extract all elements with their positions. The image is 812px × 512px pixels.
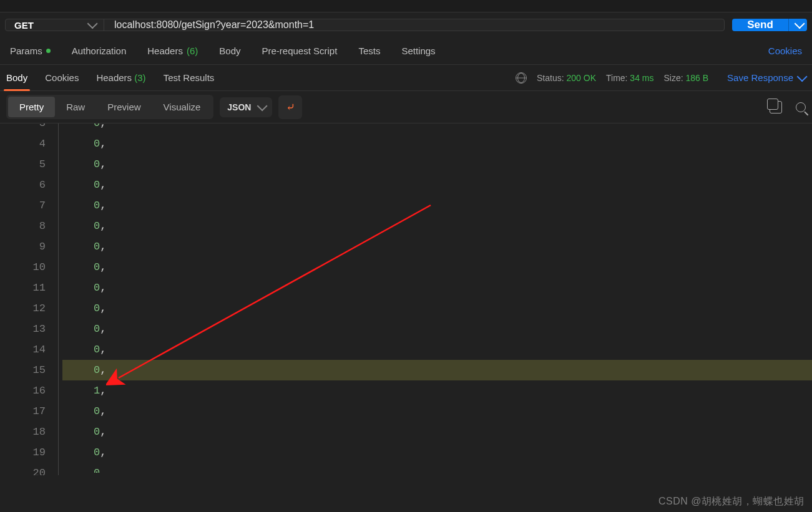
resp-tab-headers[interactable]: Headers (3)	[94, 65, 148, 90]
language-select[interactable]: JSON	[220, 97, 272, 117]
view-raw-button[interactable]: Raw	[55, 97, 96, 117]
response-tabs: Body Cookies Headers (3) Test Results St…	[0, 65, 812, 91]
format-row: Pretty Raw Preview Visualize JSON ⤶	[0, 91, 812, 123]
tab-headers-label: Headers	[147, 46, 183, 56]
chevron-down-icon	[87, 19, 98, 29]
line-number-gutter: 34567891011121314151617181920	[0, 123, 59, 475]
wrap-lines-button[interactable]: ⤶	[278, 95, 302, 119]
line-number: 8	[0, 216, 46, 236]
request-tabs: Params Authorization Headers (6) Body Pr…	[0, 37, 812, 65]
tab-params[interactable]: Params	[10, 46, 51, 56]
size-block: Size: 186 B	[663, 73, 708, 83]
http-method-select[interactable]: GET	[6, 19, 104, 31]
line-number: 4	[0, 133, 46, 154]
line-number: 11	[0, 278, 46, 298]
view-pretty-button[interactable]: Pretty	[8, 97, 55, 117]
code-line: 0,	[62, 257, 812, 278]
tab-settings[interactable]: Settings	[401, 46, 435, 56]
time-value: 34 ms	[630, 73, 653, 83]
tab-pre-request[interactable]: Pre-request Script	[262, 46, 338, 56]
code-line: 0,	[62, 195, 812, 216]
view-visualize-button[interactable]: Visualize	[152, 97, 212, 117]
send-button[interactable]: Send	[732, 19, 788, 31]
response-meta: Status: 200 OK Time: 34 ms Size: 186 B	[516, 72, 708, 84]
code-line: 0,	[62, 422, 812, 442]
chevron-down-icon	[797, 71, 808, 82]
code-line: 0,	[62, 175, 812, 195]
line-number: 5	[0, 154, 46, 175]
chevron-down-icon	[794, 19, 805, 29]
line-number: 7	[0, 195, 46, 216]
line-number: 14	[0, 339, 46, 360]
http-method-label: GET	[14, 20, 34, 31]
code-line: 0,	[62, 360, 812, 380]
time-label: Time:	[606, 73, 627, 83]
code-line: 0,	[62, 278, 812, 298]
line-number: 19	[0, 442, 46, 463]
window-top-bar	[0, 0, 812, 12]
code-line: 0,	[62, 401, 812, 422]
method-url-group: GET	[5, 19, 725, 31]
tab-params-label: Params	[10, 46, 42, 56]
code-line: 0,	[62, 442, 812, 463]
code-line: 0,	[62, 133, 812, 154]
resp-tab-body[interactable]: Body	[4, 65, 30, 90]
request-row: GET Send	[0, 12, 812, 37]
code-line: 0,	[62, 154, 812, 175]
code-line: 0,	[62, 123, 812, 133]
wrap-icon: ⤶	[286, 100, 295, 114]
code-line: 0,	[62, 216, 812, 236]
language-label: JSON	[227, 102, 251, 112]
line-number: 9	[0, 236, 46, 257]
cookies-link[interactable]: Cookies	[768, 46, 802, 56]
url-input[interactable]	[104, 19, 724, 31]
status-value: 200 OK	[567, 73, 596, 83]
tab-authorization[interactable]: Authorization	[72, 46, 127, 56]
line-number: 6	[0, 175, 46, 195]
tab-headers-count: (6)	[187, 46, 198, 56]
status-block: Status: 200 OK	[537, 73, 596, 83]
params-active-dot-icon	[46, 49, 51, 53]
line-number: 10	[0, 257, 46, 278]
resp-tab-cookies[interactable]: Cookies	[42, 65, 81, 90]
tab-headers[interactable]: Headers (6)	[147, 46, 198, 56]
save-response-button[interactable]: Save Response	[727, 72, 805, 83]
line-number: 20	[0, 463, 46, 473]
tab-tests[interactable]: Tests	[358, 46, 380, 56]
line-number: 17	[0, 401, 46, 422]
line-number: 13	[0, 319, 46, 339]
line-number: 15	[0, 360, 46, 380]
code-line: 0,	[62, 339, 812, 360]
save-response-label: Save Response	[727, 72, 793, 83]
size-label: Size:	[663, 73, 683, 83]
tab-body[interactable]: Body	[219, 46, 240, 56]
line-number: 3	[0, 123, 46, 133]
line-number: 16	[0, 380, 46, 401]
code-line: 0,	[62, 319, 812, 339]
globe-icon[interactable]	[516, 72, 527, 84]
line-number: 12	[0, 298, 46, 319]
code-line: 0,	[62, 236, 812, 257]
editor-action-icons	[770, 101, 806, 114]
time-block: Time: 34 ms	[606, 73, 654, 83]
size-value: 186 B	[686, 73, 709, 83]
watermark-text: CSDN @胡桃姓胡，蝴蝶也姓胡	[658, 495, 805, 508]
send-options-button[interactable]	[788, 19, 807, 31]
send-button-group: Send	[732, 19, 807, 31]
code-line: 1,	[62, 380, 812, 401]
status-label: Status:	[537, 73, 564, 83]
code-line: 0,	[62, 298, 812, 319]
resp-tab-test-results[interactable]: Test Results	[161, 65, 217, 90]
line-number: 18	[0, 422, 46, 442]
chevron-down-icon	[257, 100, 268, 111]
copy-icon[interactable]	[770, 101, 782, 114]
code-content: 0,0,0,0,0,0,0,0,0,0,0,0,0,1,0,0,0,0,	[62, 123, 812, 473]
response-editor[interactable]: 34567891011121314151617181920 0,0,0,0,0,…	[0, 123, 812, 475]
view-preview-button[interactable]: Preview	[96, 97, 152, 117]
resp-tab-headers-label: Headers	[96, 72, 132, 83]
view-mode-segment: Pretty Raw Preview Visualize	[6, 95, 213, 119]
search-icon[interactable]	[796, 102, 806, 112]
code-line: 0,	[62, 463, 812, 473]
resp-tab-headers-count: (3)	[134, 72, 145, 83]
